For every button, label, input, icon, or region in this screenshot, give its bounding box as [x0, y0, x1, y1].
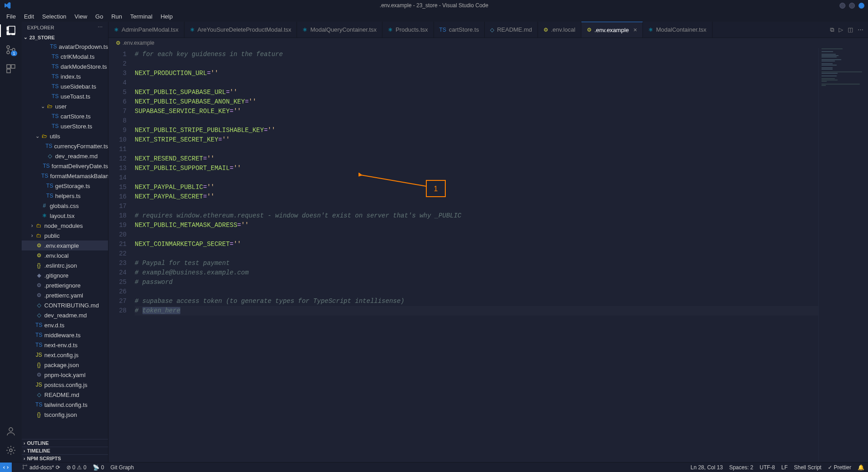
- code-line-11[interactable]: [135, 145, 818, 154]
- file-currencyformatter-ts[interactable]: TScurrencyFormatter.ts: [22, 141, 108, 151]
- status-eol[interactable]: LF: [781, 464, 788, 471]
- file-avatardropdown-ts[interactable]: TSavatarDropdown.ts: [22, 42, 108, 52]
- file-package-json[interactable]: {}package.json: [22, 360, 108, 370]
- menu-terminal[interactable]: Terminal: [127, 12, 156, 21]
- status-gitgraph[interactable]: Git Graph: [110, 464, 134, 471]
- file--env-example[interactable]: ⚙.env.example: [22, 241, 108, 250]
- file-next-config-js[interactable]: JSnext.config.js: [22, 350, 108, 360]
- file-tailwind-config-ts[interactable]: TStailwind.config.ts: [22, 400, 108, 410]
- sidebar-more-icon[interactable]: ⋯: [98, 24, 103, 30]
- file-middleware-ts[interactable]: TSmiddleware.ts: [22, 330, 108, 340]
- status-lncol[interactable]: Ln 28, Col 13: [690, 464, 722, 471]
- code-line-8[interactable]: [135, 116, 818, 126]
- file-getstorage-ts[interactable]: TSgetStorage.ts: [22, 181, 108, 191]
- tab-cartstore-ts[interactable]: TScartStore.ts: [434, 22, 485, 38]
- source-control-icon[interactable]: 1: [5, 44, 16, 55]
- code-line-1[interactable]: # for each key guideness in the feature: [135, 50, 818, 59]
- window-minimize-icon[interactable]: [840, 3, 845, 9]
- file-dev_readme-md[interactable]: ◇dev_readme.md: [22, 151, 108, 161]
- file--prettierignore[interactable]: ⚙.prettierignore: [22, 280, 108, 290]
- status-ports[interactable]: 📡 0: [93, 464, 104, 471]
- status-prettier[interactable]: ✓ Prettier: [828, 464, 851, 471]
- compare-icon[interactable]: ⧉: [830, 26, 834, 33]
- code-line-2[interactable]: [135, 59, 818, 69]
- code-line-27[interactable]: # supabase access token (to generate typ…: [135, 297, 818, 306]
- explorer-icon[interactable]: [5, 25, 16, 36]
- window-close-icon[interactable]: [859, 3, 864, 9]
- folder-public[interactable]: ›🗀public: [22, 231, 108, 241]
- section-outline[interactable]: ›OUTLINE: [22, 439, 108, 447]
- code-line-25[interactable]: # password: [135, 278, 818, 287]
- run-icon[interactable]: ▷: [839, 26, 843, 33]
- tab--env-example[interactable]: ⚙.env.example×: [581, 22, 643, 38]
- code-line-17[interactable]: [135, 202, 818, 211]
- accounts-icon[interactable]: [5, 426, 16, 437]
- tab-modalquerycontainer-tsx[interactable]: ⚛ModalQueryContainer.tsx: [297, 22, 382, 38]
- file-helpers-ts[interactable]: TShelpers.ts: [22, 191, 108, 201]
- file-env-d-ts[interactable]: TSenv.d.ts: [22, 320, 108, 330]
- status-language[interactable]: Shell Script: [794, 464, 821, 471]
- code-line-21[interactable]: NEXT_COINMARKETCAP_SECRET='': [135, 240, 818, 249]
- section-timeline[interactable]: ›TIMELINE: [22, 447, 108, 454]
- code-line-9[interactable]: NEXT_PUBLIC_STRIPE_PUBLISHABLE_KEY='': [135, 126, 818, 135]
- section-npm-scripts[interactable]: ›NPM SCRIPTS: [22, 454, 108, 462]
- file--prettierrc-yaml[interactable]: ⚙.prettierrc.yaml: [22, 290, 108, 300]
- status-problems[interactable]: ⊘ 0 ⚠ 0: [66, 464, 86, 471]
- code-line-28[interactable]: # token_here: [135, 306, 818, 316]
- extensions-icon[interactable]: [5, 63, 16, 74]
- file-ctrlkmodal-ts[interactable]: TSctrlKModal.ts: [22, 52, 108, 61]
- status-branch[interactable]: add-docs* ⟳: [22, 464, 60, 471]
- code-line-22[interactable]: [135, 249, 818, 259]
- file-readme-md[interactable]: ◇README.md: [22, 390, 108, 400]
- project-root[interactable]: ⌄ 23_STORE: [22, 33, 108, 42]
- code-line-5[interactable]: NEXT_PUBLIC_SUPABASE_URL='': [135, 88, 818, 97]
- file-formatdeliverydate-ts[interactable]: TSformatDeliveryDate.ts: [22, 161, 108, 171]
- code-content[interactable]: 1 # for each key guideness in the featur…: [135, 48, 818, 462]
- code-line-4[interactable]: [135, 78, 818, 88]
- folder-node_modules[interactable]: ›🗀node_modules: [22, 221, 108, 231]
- code-line-10[interactable]: NEXT_STRIPE_SECRET_KEY='': [135, 135, 818, 145]
- file-next-env-d-ts[interactable]: TSnext-env.d.ts: [22, 340, 108, 350]
- tab-adminpanelmodal-tsx[interactable]: ⚛AdminPanelModal.tsx: [108, 22, 184, 38]
- window-maximize-icon[interactable]: [849, 3, 855, 9]
- menu-run[interactable]: Run: [108, 12, 126, 21]
- status-spaces[interactable]: Spaces: 2: [729, 464, 753, 471]
- more-icon[interactable]: ⋯: [858, 26, 863, 33]
- file--eslintrc-json[interactable]: {}.eslintrc.json: [22, 260, 108, 270]
- code-line-16[interactable]: NEXT_PAYPAL_SECRET='': [135, 192, 818, 202]
- file-globals-css[interactable]: #globals.css: [22, 201, 108, 211]
- file-usetoast-ts[interactable]: TSuseToast.ts: [22, 91, 108, 101]
- menu-go[interactable]: Go: [92, 12, 107, 21]
- menu-help[interactable]: Help: [157, 12, 176, 21]
- file-pnpm-lock-yaml[interactable]: ⚙pnpm-lock.yaml: [22, 370, 108, 380]
- file--gitignore[interactable]: ◆.gitignore: [22, 270, 108, 280]
- file-index-ts[interactable]: TSindex.ts: [22, 71, 108, 81]
- settings-gear-icon[interactable]: [5, 445, 16, 456]
- split-editor-icon[interactable]: ◫: [848, 26, 853, 33]
- menu-edit[interactable]: Edit: [20, 12, 38, 21]
- editor[interactable]: 1234567891011121314151617181920212223242…: [108, 48, 868, 462]
- file--env-local[interactable]: ⚙.env.local: [22, 250, 108, 260]
- code-line-12[interactable]: NEXT_RESEND_SECRET='': [135, 154, 818, 164]
- menu-file[interactable]: File: [3, 12, 19, 21]
- code-line-24[interactable]: # example@business.example.com: [135, 268, 818, 278]
- file-layout-tsx[interactable]: ⚛layout.tsx: [22, 211, 108, 221]
- code-line-15[interactable]: NEXT_PAYPAL_PUBLIC='': [135, 183, 818, 192]
- status-encoding[interactable]: UTF-8: [760, 464, 775, 471]
- menu-selection[interactable]: Selection: [38, 12, 70, 21]
- folder-utils[interactable]: ⌄🗁utils: [22, 131, 108, 141]
- file-darkmodestore-ts[interactable]: TSdarkModeStore.ts: [22, 61, 108, 71]
- code-line-3[interactable]: NEXT_PRODUCTION_URL='': [135, 69, 818, 78]
- menu-view[interactable]: View: [71, 12, 91, 21]
- code-line-23[interactable]: # Paypal for test payment: [135, 259, 818, 268]
- close-icon[interactable]: ×: [633, 26, 637, 33]
- code-line-18[interactable]: # requires window.ethereum.request - win…: [135, 211, 818, 221]
- file-usesidebar-ts[interactable]: TSuseSidebar.ts: [22, 81, 108, 91]
- code-line-13[interactable]: NEXT_PUBLIC_SUPPORT_EMAIL='': [135, 164, 818, 173]
- file-contributing-md[interactable]: ◇CONTRIBUTING.md: [22, 300, 108, 310]
- tab-products-tsx[interactable]: ⚛Products.tsx: [382, 22, 434, 38]
- file-formatmetamaskbalance-ts[interactable]: TSformatMetamaskBalance.ts: [22, 171, 108, 181]
- code-line-20[interactable]: [135, 230, 818, 240]
- file-postcss-config-js[interactable]: JSpostcss.config.js: [22, 380, 108, 390]
- code-line-14[interactable]: [135, 173, 818, 183]
